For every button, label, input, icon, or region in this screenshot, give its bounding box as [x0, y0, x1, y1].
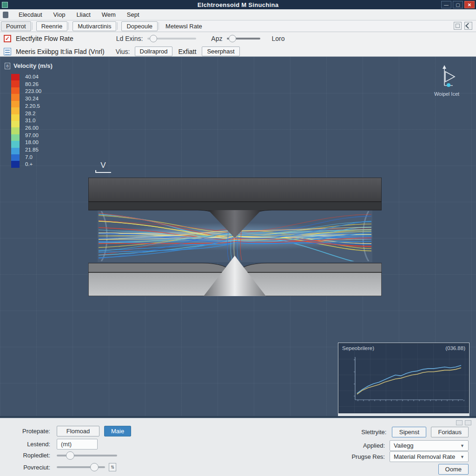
legend-value: 21.85 [25, 147, 41, 153]
legend-swatch [11, 161, 20, 167]
profile-title: Sepeobrilere) [342, 345, 374, 351]
seerphast-button[interactable]: Seerphast [202, 46, 239, 56]
vius-label: Vius: [116, 48, 130, 55]
flomoad-button[interactable]: Flomoad [57, 426, 99, 436]
control-panel: ✓ Electfyite Flow Rate Ld Exins: Apz Lor… [0, 32, 476, 57]
toolbar-tab-reenrie[interactable]: Reenrie [36, 21, 68, 31]
mesh-label: Meeris Exiibpg It:lia Flad (Vnrl) [16, 48, 105, 55]
edit-flag-icon[interactable] [464, 22, 472, 30]
menu-item-elecdaut[interactable]: Elecdaut [13, 9, 48, 20]
apz-knob[interactable] [229, 35, 236, 42]
stepper-icon[interactable]: ⇅ [109, 463, 116, 471]
mesh-checkbox[interactable] [4, 48, 11, 55]
legend-title: Velocity (m/s) [13, 62, 53, 69]
toolbar-tab-dopeoule[interactable]: Dopeoule [121, 21, 158, 31]
toolbar-tab-metewsl-rate[interactable]: Metewsl Rate [160, 23, 208, 30]
toolbar-separator [32, 22, 33, 30]
apz-slider[interactable] [227, 38, 260, 40]
lestend-label: Lestend: [13, 441, 50, 448]
close-button[interactable]: ✕ [464, 1, 475, 8]
document-icon-glyph [456, 24, 460, 28]
v-annotation-bracket [95, 170, 111, 173]
dollraprod-button[interactable]: Dollraprod [135, 46, 173, 56]
prugse-select-value: Material Removal Rate [394, 453, 455, 460]
v-annotation-letter: V [95, 161, 111, 170]
ropledlet-slider[interactable] [57, 455, 117, 456]
exfiatt-label: Exfiatt [178, 48, 196, 55]
collapse-icon[interactable] [456, 420, 463, 425]
povreciut-knob[interactable] [90, 463, 99, 471]
maximize-button[interactable]: ▢ [453, 1, 463, 8]
slettryite-label: Slettryite: [361, 429, 386, 436]
profile-chart-panel: Sepeobrilere) (036.88) [338, 343, 469, 414]
edit-flag-icon-glyph [465, 23, 471, 29]
caret-down-icon: ▼ [460, 443, 464, 448]
legend-swatch [11, 127, 20, 134]
flow-rate-checkbox[interactable]: ✓ [4, 35, 11, 42]
ld-exins-knob[interactable] [150, 35, 157, 42]
chart-series-profile-lower [357, 368, 461, 394]
minimize-button[interactable]: — [441, 1, 451, 8]
legend-value: 2.20.5 [25, 104, 41, 109]
maie-button[interactable]: Maie [104, 426, 131, 436]
oome-button[interactable]: Oome [438, 464, 469, 475]
sipenst-button[interactable]: Sipenst [392, 427, 426, 437]
ld-exins-slider[interactable] [147, 38, 196, 40]
applied-select[interactable]: Vailegg ▼ [390, 440, 469, 451]
toolbar-separator [159, 22, 159, 30]
protepate-label: Protepate: [13, 428, 50, 435]
bottom-panel: Protepate: Flomoad Maie Lestend: Ropledl… [0, 418, 476, 476]
legend-swatch [11, 101, 20, 107]
menu-item-viop[interactable]: Viop [48, 9, 71, 20]
ropledlet-label: Ropledlet: [13, 452, 50, 459]
legend-value: 30.24 [25, 96, 41, 102]
toolbar-tab-pourrot[interactable]: Pourrot [1, 21, 31, 31]
legend-value: 31.0 [25, 118, 41, 124]
povreciut-slider[interactable] [57, 466, 105, 468]
toolbar-tab-mutivarctinis[interactable]: Mutivarctinis [73, 21, 116, 31]
menu-app-icon [3, 12, 8, 18]
legend-swatch [11, 154, 20, 161]
prugse-label: Prugse Res: [351, 453, 385, 460]
menu-item-sept[interactable]: Sept [121, 9, 145, 20]
foridaus-button[interactable]: Foridaus [431, 427, 469, 437]
legend-swatch [11, 87, 20, 94]
menu-item-wem[interactable]: Wem [96, 9, 121, 20]
viewport-3d[interactable]: 8 Velocity (m/s) 40.0480.26223.0030.242.… [0, 57, 476, 416]
legend-swatch [11, 80, 20, 87]
apz-label: Apz [211, 35, 222, 42]
ropledlet-knob[interactable] [66, 451, 74, 460]
flow-rate-label: Electfyite Flow Rate [16, 35, 73, 42]
title-bar: Elchtroensoid M Sinuchina — ▢ ✕ [0, 0, 476, 9]
profile-chart [338, 353, 469, 413]
legend-value: 97.00 [25, 133, 41, 139]
legend-icon: 8 [5, 63, 10, 69]
caret-down-icon: ▼ [460, 455, 464, 459]
orientation-widget: Woipel Icet [430, 64, 463, 97]
loro-label: Loro [271, 35, 284, 42]
v-annotation: V [95, 161, 111, 173]
toolbar: PourrotReenrieMutivarctinisDopeoule Mete… [0, 20, 476, 32]
window-title: Elchtroensoid M Sinuchina [0, 1, 476, 8]
legend-swatch [11, 148, 20, 154]
applied-select-value: Vailegg [394, 442, 413, 449]
prugse-select[interactable]: Material Removal Rate ▼ [390, 451, 469, 462]
legend-swatch [11, 141, 20, 147]
menu-item-lliact[interactable]: Lliact [71, 9, 96, 20]
lestend-input[interactable] [57, 439, 98, 450]
ld-exins-label: Ld Exins: [116, 35, 143, 42]
document-icon[interactable] [454, 22, 462, 30]
legend-value: 28.2 [25, 111, 41, 117]
orientation-axes-icon [434, 64, 459, 88]
expand-icon[interactable] [465, 420, 471, 425]
toolbar-separator [68, 22, 69, 30]
simulation-render[interactable] [88, 178, 382, 296]
chart-series-profile-upper [357, 365, 461, 393]
orientation-label: Woipel Icet [430, 91, 463, 97]
legend-value: 40.04 [25, 74, 41, 80]
legend-swatch [11, 74, 20, 80]
legend-colorbar [11, 74, 20, 168]
velocity-legend: 8 Velocity (m/s) 40.0480.26223.0030.242.… [5, 62, 53, 168]
legend-swatch [11, 121, 20, 127]
legend-value: 0.+ [25, 162, 41, 167]
